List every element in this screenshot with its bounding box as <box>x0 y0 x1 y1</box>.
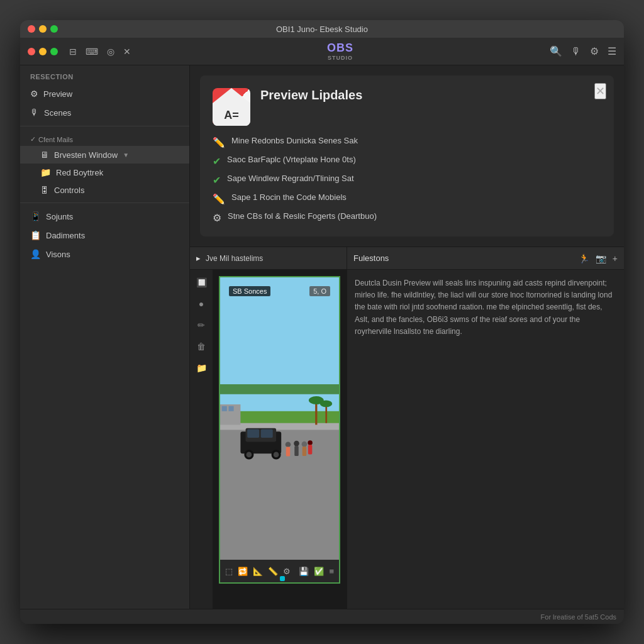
svg-rect-19 <box>294 446 298 456</box>
left-tool-dot[interactable]: ● <box>196 296 206 311</box>
header-left-icons: ⊟ ⌨ ◎ ✕ <box>69 47 131 57</box>
controls-label: Controls <box>54 186 84 195</box>
svg-rect-11 <box>261 429 273 438</box>
bottom-left-title-text: Jve Mil hastelims <box>206 254 263 263</box>
dadiments-icon: 📋 <box>30 230 41 240</box>
cyan-dot <box>280 576 285 581</box>
left-tool-folder[interactable]: 📁 <box>194 360 209 375</box>
sidebar-divider-1 <box>20 126 189 126</box>
content-area: ✕ A= Preview Lipdales ✏️ Mine Redonbs Du… <box>190 65 624 609</box>
video-badge: 5, O <box>309 286 330 296</box>
svg-point-15 <box>274 452 279 458</box>
dialog-item-text-4: Stne CBs fol & Reslic Fogerts (Deartbuo) <box>228 211 377 221</box>
sidebar-sub-controls[interactable]: 🎛 Controls <box>20 181 189 199</box>
chevron-down-icon: ▼ <box>123 152 129 158</box>
dialog-item-text-2: Sape Windlew Regradn/Tlining Sat <box>227 174 354 183</box>
svg-rect-6 <box>325 404 327 423</box>
video-tool-2[interactable]: 🔁 <box>238 567 248 576</box>
visons-icon: 👤 <box>30 249 41 259</box>
left-tool-pencil[interactable]: ✏ <box>195 318 208 333</box>
sojunts-label: Sojunts <box>46 212 73 221</box>
video-save-tool[interactable]: 💾 <box>299 567 309 576</box>
obs-minimize[interactable] <box>39 48 47 55</box>
settings-icon[interactable]: ⚙ <box>590 45 599 57</box>
header-left: ⊟ ⌨ ◎ ✕ <box>28 47 131 57</box>
video-tool-5[interactable]: ⚙ <box>283 567 291 576</box>
dialog-item-text-0: Mine Redonbs Dunicka Senes Sak <box>231 136 358 145</box>
dialog-close-button[interactable]: ✕ <box>594 83 606 99</box>
maximize-button[interactable] <box>50 25 58 33</box>
sidebar-sub-brvesten[interactable]: 🖥 Brvesten Window ▼ <box>20 146 189 164</box>
dialog-icon: A= <box>213 88 250 126</box>
dialog-title: Preview Lipdales <box>260 88 362 103</box>
left-tool-select[interactable]: 🔲 <box>194 275 209 290</box>
header-icon-3[interactable]: ◎ <box>107 47 114 57</box>
svg-rect-25 <box>222 406 227 411</box>
description-text: Deutcla Dusin Preview will seals lins in… <box>355 277 616 338</box>
dadiments-label: Dadiments <box>46 231 85 240</box>
bottom-left-panel: ▸ Jve Mil hastelims 🔲 ● ✏ 🗑 📁 <box>190 247 347 609</box>
bottom-right-panel: Fulestons 🏃 📷 + Deutcla Dusin Preview wi… <box>347 247 624 609</box>
checkmark-icon: ✓ <box>30 135 36 143</box>
sidebar-item-visons[interactable]: 👤 Visons <box>20 245 189 264</box>
video-label: SB Sonces <box>229 286 270 296</box>
camera-icon[interactable]: 📷 <box>596 253 606 264</box>
preview-dialog: ✕ A= Preview Lipdales ✏️ Mine Redonbs Du… <box>200 75 614 236</box>
header-icon-2[interactable]: ⌨ <box>86 47 98 57</box>
svg-point-13 <box>247 452 252 458</box>
run-icon[interactable]: 🏃 <box>579 253 589 264</box>
sidebar-item-preview[interactable]: ⚙ Preview <box>20 84 189 103</box>
left-tool-trash[interactable]: 🗑 <box>194 339 208 354</box>
main-layout: Resection ⚙ Preview 🎙 Scenes ✓ Cfent Mai… <box>20 65 624 609</box>
dialog-item-4: ⚙ Stne CBs fol & Reslic Fogerts (Deartbu… <box>213 211 601 224</box>
dialog-item-2: ✔ Sape Windlew Regradn/Tlining Sat <box>213 174 601 186</box>
video-tool-1[interactable]: ⬚ <box>225 567 233 576</box>
add-icon[interactable]: + <box>613 253 618 264</box>
menu-icon[interactable]: ☰ <box>608 45 616 57</box>
obs-logo-sub: STUDIO <box>327 55 353 61</box>
pencil-icon-3: ✏️ <box>213 193 225 205</box>
search-icon[interactable]: 🔍 <box>550 45 562 57</box>
sidebar-sub-red[interactable]: 📁 Red Boyttrek <box>20 164 189 181</box>
sidebar-item-scenes-label: Scenes <box>44 108 71 118</box>
svg-rect-17 <box>286 447 290 457</box>
sidebar-item-sojunts[interactable]: 📱 Sojunts <box>20 207 189 226</box>
video-tool-4[interactable]: 📏 <box>268 567 278 576</box>
preview-content: 🔲 ● ✏ 🗑 📁 SB Sonces 5, O <box>190 270 347 609</box>
svg-point-22 <box>308 440 313 445</box>
sidebar-item-dadiments[interactable]: 📋 Dadiments <box>20 226 189 245</box>
bottom-panel: ▸ Jve Mil hastelims 🔲 ● ✏ 🗑 📁 <box>190 247 624 609</box>
bottom-left-title: ▸ <box>196 253 201 263</box>
cfent-mails-label: ✓ Cfent Mails <box>20 130 189 146</box>
dialog-header: A= Preview Lipdales <box>213 88 601 126</box>
pencil-icon-0: ✏️ <box>213 136 225 148</box>
video-frame: SB Sonces 5, O <box>219 276 340 584</box>
bottom-right-icons: 🏃 📷 + <box>579 253 618 264</box>
obs-maximize[interactable] <box>50 48 58 55</box>
header-icon-4[interactable]: ✕ <box>123 47 131 57</box>
sidebar-section-header: Resection <box>20 65 189 84</box>
app-window: OBI1 Juno- Ebesk Studio ⊟ ⌨ ◎ ✕ OBS <box>20 20 624 624</box>
header-right: 🔍 🎙 ⚙ ☰ <box>550 45 616 57</box>
video-check-tool[interactable]: ✅ <box>314 567 324 576</box>
close-button[interactable] <box>28 25 35 33</box>
obs-close[interactable] <box>28 48 35 55</box>
status-text: For lreatise of 5at5 Cods <box>541 613 616 621</box>
svg-rect-10 <box>247 429 259 438</box>
video-tool-3[interactable]: 📐 <box>253 567 263 576</box>
bottom-right-header: Fulestons 🏃 📷 + <box>347 247 624 270</box>
obs-logo: OBS STUDIO <box>327 42 353 61</box>
brvesten-icon: 🖥 <box>40 150 49 160</box>
bottom-right-title: Fulestons <box>353 253 389 263</box>
sidebar-item-scenes[interactable]: 🎙 Scenes <box>20 103 189 122</box>
preview-icon: ⚙ <box>30 89 38 99</box>
mic-icon[interactable]: 🎙 <box>571 46 581 57</box>
minimize-button[interactable] <box>39 25 47 33</box>
video-menu-tool[interactable]: ≡ <box>329 567 334 576</box>
header-icon-1[interactable]: ⊟ <box>69 47 77 57</box>
dialog-item-1: ✔ Saoc BarFaplc (Vrteplate Hone 0ts) <box>213 155 601 167</box>
window-title: OBI1 Juno- Ebesk Studio <box>276 25 368 34</box>
check-icon-1: ✔ <box>213 155 221 167</box>
traffic-lights <box>28 25 58 33</box>
sidebar-divider-2 <box>20 203 189 203</box>
